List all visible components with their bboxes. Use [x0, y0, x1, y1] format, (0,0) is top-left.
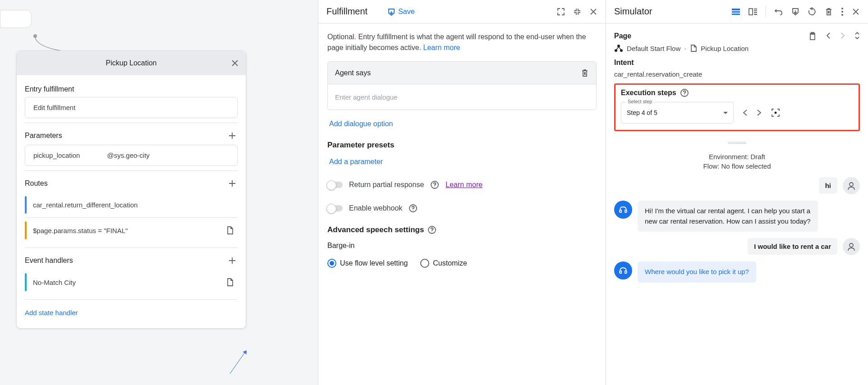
add-dialogue-option-link[interactable]: Add dialogue option — [327, 110, 597, 138]
add-parameter-preset-link[interactable]: Add a parameter — [327, 154, 597, 176]
partial-response-toggle[interactable] — [327, 182, 343, 188]
help-icon[interactable] — [427, 225, 436, 234]
section-entry-fulfillment: Entry fulfillment — [25, 78, 238, 97]
flow-canvas[interactable]: Pickup Location Entry fulfillment Edit f… — [0, 0, 318, 385]
barge-in-flow-level-radio[interactable]: Use flow level setting — [327, 259, 408, 268]
svg-rect-10 — [749, 9, 753, 15]
section-label: Event handlers — [25, 257, 73, 265]
more-options-icon[interactable] — [841, 7, 844, 16]
svg-point-2 — [435, 187, 436, 188]
event-handler-label: No-Match City — [33, 279, 76, 286]
agent-avatar-icon — [614, 201, 632, 219]
page-transition-icon — [226, 278, 234, 287]
execution-steps-highlight: Execution steps Select step Step 4 of 5 — [614, 83, 860, 131]
help-icon[interactable] — [430, 180, 439, 189]
agent-message-bubble[interactable]: Where would you like to pick it up? — [638, 261, 756, 283]
view-split-icon[interactable] — [749, 8, 758, 15]
breadcrumb-flow[interactable]: Default Start Flow — [627, 45, 680, 52]
barge-in-label: Barge-in — [327, 239, 597, 254]
learn-more-link[interactable]: Learn more — [423, 44, 460, 51]
delete-response-icon[interactable] — [581, 69, 589, 78]
view-horizontal-icon[interactable] — [731, 8, 740, 15]
fulfillment-header: Fulfillment Save — [318, 0, 606, 23]
svg-rect-9 — [732, 14, 740, 15]
parameter-item[interactable]: pickup_location @sys.geo-city — [25, 145, 238, 166]
sim-page-label: Page — [614, 32, 631, 40]
conversation-resize-handle[interactable] — [728, 142, 746, 144]
undo-icon[interactable] — [774, 8, 783, 16]
delete-conversation-icon[interactable] — [825, 7, 833, 16]
add-route-icon[interactable] — [227, 178, 238, 189]
flow-edge-out — [230, 351, 260, 384]
step-next-icon[interactable] — [756, 108, 762, 117]
step-select-float-label: Select step — [626, 99, 654, 104]
sim-intent-value: car_rental.reservation_create — [614, 70, 860, 82]
radio-label: Use flow level setting — [340, 259, 408, 267]
page-breadcrumb: Default Start Flow - Pickup Location — [614, 44, 860, 59]
step-focus-icon[interactable] — [771, 108, 781, 118]
collapse-icon[interactable] — [573, 8, 581, 16]
user-avatar-icon — [843, 238, 860, 255]
sim-intent-label: Intent — [614, 59, 860, 70]
enable-webhook-toggle[interactable] — [327, 205, 343, 211]
entry-fulfillment-text: Edit fulfillment — [33, 104, 75, 111]
save-button[interactable]: Save — [387, 8, 414, 16]
prev-turn-icon[interactable] — [826, 32, 831, 41]
next-turn-icon[interactable] — [840, 32, 845, 41]
close-simulator-icon[interactable] — [852, 8, 860, 16]
barge-in-customize-radio[interactable]: Customize — [420, 259, 467, 268]
section-routes: Routes — [25, 171, 238, 192]
step-select[interactable]: Select step Step 4 of 5 — [621, 102, 734, 124]
agent-says-label: Agent says — [335, 69, 371, 77]
conversation-env-info: Environment: Draft Flow: No flow selecte… — [614, 152, 860, 177]
replay-icon[interactable] — [808, 7, 817, 16]
collapse-details-icon[interactable] — [854, 32, 860, 41]
save-conversation-icon[interactable] — [791, 7, 799, 16]
event-handlers-list: No-Match City — [25, 270, 238, 295]
agent-dialogue-input[interactable]: Enter agent dialogue — [328, 84, 596, 110]
section-label: Entry fulfillment — [25, 85, 74, 93]
agent-message-bubble[interactable]: Hi! I'm the virtual car rental agent. I … — [638, 201, 818, 232]
page-icon — [690, 44, 697, 52]
advanced-speech-heading: Advanced speech settings — [327, 223, 597, 239]
simulator-panel: Simulator — [606, 0, 868, 385]
user-message-bubble[interactable]: hi — [819, 177, 837, 194]
help-icon[interactable] — [680, 88, 689, 97]
user-avatar-icon — [843, 177, 860, 194]
parameter-presets-heading: Parameter presets — [327, 138, 597, 154]
canvas-node-prev[interactable] — [0, 10, 32, 28]
step-prev-icon[interactable] — [742, 108, 748, 117]
fulfillment-description: Optional. Entry fulfillment is what the … — [327, 32, 597, 53]
dropdown-caret-icon — [723, 112, 728, 114]
panel-title: Simulator — [614, 6, 652, 17]
svg-point-18 — [620, 49, 623, 52]
route-item[interactable]: $page.params.status = "FINAL" — [25, 218, 238, 243]
simulator-header: Simulator — [606, 0, 868, 23]
page-node-title: Pickup Location — [106, 59, 157, 67]
fulfillment-panel: Fulfillment Save Optional. Entry fulfill… — [318, 0, 606, 385]
add-parameter-icon[interactable] — [227, 130, 238, 141]
close-node-icon[interactable] — [230, 59, 239, 68]
clipboard-icon[interactable] — [808, 32, 817, 41]
breadcrumb-page[interactable]: Pickup Location — [701, 45, 749, 52]
page-node-pickup-location: Pickup Location Entry fulfillment Edit f… — [16, 50, 246, 329]
page-node-header[interactable]: Pickup Location — [17, 51, 246, 75]
add-event-handler-icon[interactable] — [227, 255, 238, 266]
user-message-bubble[interactable]: I would like to rent a car — [748, 238, 837, 255]
save-label: Save — [398, 8, 414, 16]
svg-point-23 — [850, 243, 853, 247]
route-item[interactable]: car_rental.return_different_location — [25, 192, 238, 218]
routes-list: car_rental.return_different_location $pa… — [25, 192, 238, 243]
svg-rect-7 — [732, 9, 740, 10]
execution-steps-label: Execution steps — [621, 89, 676, 97]
add-state-handler-link[interactable]: Add state handler — [25, 300, 238, 318]
expand-icon[interactable] — [557, 8, 565, 16]
learn-more-link-2[interactable]: Learn more — [445, 181, 482, 189]
close-panel-icon[interactable] — [589, 8, 597, 16]
route-label: car_rental.return_different_location — [33, 201, 138, 209]
event-handler-item[interactable]: No-Match City — [25, 270, 238, 295]
sim-page-row: Page — [614, 30, 860, 44]
svg-point-22 — [850, 183, 853, 186]
help-icon[interactable] — [409, 204, 418, 213]
entry-fulfillment-item[interactable]: Edit fulfillment — [25, 97, 238, 118]
